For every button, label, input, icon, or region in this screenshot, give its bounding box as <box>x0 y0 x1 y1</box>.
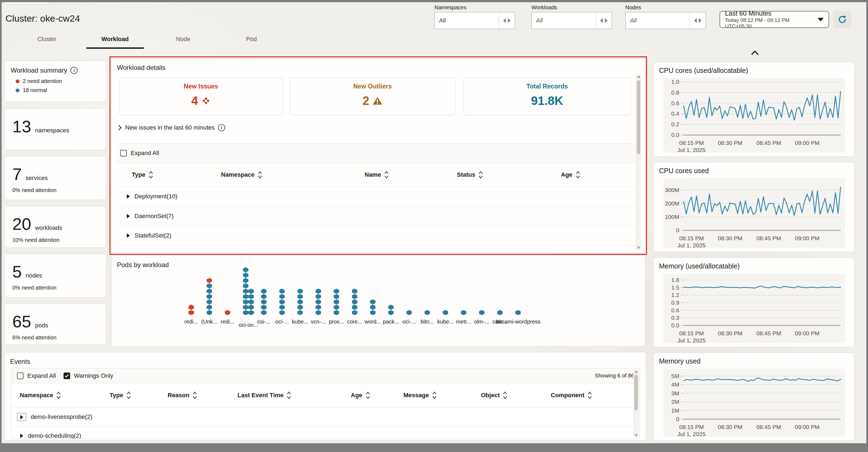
new-issues-expander[interactable]: New issues in the last 60 minutes i <box>118 124 225 131</box>
pod-dot[interactable] <box>279 294 285 299</box>
pod-dot[interactable] <box>298 294 303 299</box>
info-icon[interactable]: i <box>70 67 78 74</box>
pod-dot[interactable] <box>243 310 248 315</box>
kpi-card-new-outliers[interactable]: New Outliers2 <box>290 78 455 115</box>
pod-dot[interactable] <box>315 294 321 299</box>
scroll-down-icon[interactable] <box>637 246 641 249</box>
expand-all-checkbox[interactable] <box>120 150 127 156</box>
sort-icon[interactable] <box>258 171 262 179</box>
expand-all-checkbox[interactable] <box>17 372 24 379</box>
sort-icon[interactable] <box>384 171 389 179</box>
pod-dot[interactable] <box>225 310 230 315</box>
sort-icon[interactable] <box>287 391 291 399</box>
pod-dot[interactable] <box>243 294 248 299</box>
arrow-left-icon[interactable] <box>600 18 603 23</box>
pod-dot[interactable] <box>207 278 212 283</box>
filter-input[interactable]: All <box>434 12 515 29</box>
sort-icon[interactable] <box>127 391 131 399</box>
tab-cluster[interactable]: Cluster <box>16 36 78 49</box>
pod-dot[interactable] <box>352 310 358 315</box>
pod-dot[interactable] <box>248 289 254 294</box>
workload-table-scrollbar[interactable] <box>636 74 641 250</box>
expand-row-button[interactable] <box>17 413 26 421</box>
sort-icon[interactable] <box>192 391 197 399</box>
table-row[interactable]: demo-livenessprobe(2) <box>11 408 640 426</box>
table-row[interactable]: Deployment(10) <box>117 187 635 206</box>
warnings-only-checkbox[interactable] <box>64 372 70 379</box>
tab-node[interactable]: Node <box>152 36 215 49</box>
filter-input[interactable]: All <box>531 12 612 29</box>
pod-dot[interactable] <box>279 310 285 315</box>
pod-dot[interactable] <box>261 289 267 294</box>
pod-dot[interactable] <box>334 305 339 310</box>
pod-dot[interactable] <box>188 305 194 310</box>
expand-row-button[interactable] <box>126 233 130 238</box>
pod-dot[interactable] <box>207 305 212 310</box>
pod-dot[interactable] <box>207 289 212 294</box>
pod-dot[interactable] <box>261 299 267 305</box>
pod-dot[interactable] <box>298 310 303 315</box>
pod-dot[interactable] <box>243 289 248 294</box>
pod-dot[interactable] <box>315 289 321 294</box>
stat-card-pods[interactable]: 65pods6% need attention <box>4 304 106 344</box>
sort-icon[interactable] <box>576 171 580 179</box>
pod-dot[interactable] <box>298 299 303 305</box>
pod-dot[interactable] <box>298 305 303 310</box>
pod-dot[interactable] <box>370 299 375 305</box>
pod-dot[interactable] <box>334 294 339 299</box>
pod-dot[interactable] <box>279 305 285 310</box>
table-row[interactable]: StatefulSet(2) <box>117 226 635 245</box>
pod-dot[interactable] <box>370 305 375 310</box>
column-header-message[interactable]: Message <box>403 391 437 399</box>
pod-dot[interactable] <box>279 299 285 305</box>
arrow-right-icon[interactable] <box>699 18 702 23</box>
table-row[interactable]: DaemonSet(7) <box>117 207 635 226</box>
expand-row-icon[interactable] <box>126 194 130 199</box>
pod-dot[interactable] <box>243 278 248 283</box>
pod-dot[interactable] <box>207 283 212 289</box>
info-icon[interactable]: i <box>218 124 225 131</box>
scroll-up-icon[interactable] <box>637 76 641 78</box>
arrow-left-icon[interactable] <box>503 18 506 23</box>
column-header-status[interactable]: Status <box>457 171 483 179</box>
pod-dot[interactable] <box>261 310 267 315</box>
arrow-right-icon[interactable] <box>605 18 608 23</box>
column-header-name[interactable]: Name <box>365 171 389 179</box>
stat-card-services[interactable]: 7services0% need attention <box>4 156 106 200</box>
pod-dot[interactable] <box>352 289 358 294</box>
scrollbar-thumb[interactable] <box>637 80 641 154</box>
pod-dot[interactable] <box>406 310 412 315</box>
pod-dot[interactable] <box>243 273 248 278</box>
expand-row-button[interactable] <box>20 433 24 439</box>
filter-input[interactable]: All <box>625 12 706 29</box>
pod-dot[interactable] <box>207 299 212 305</box>
column-header-type[interactable]: Type <box>110 391 131 399</box>
sort-icon[interactable] <box>56 391 61 399</box>
pod-dot[interactable] <box>334 299 339 305</box>
expand-row-icon[interactable] <box>20 433 24 439</box>
pod-dot[interactable] <box>298 289 303 294</box>
column-header-namespace[interactable]: Namespace <box>20 391 61 399</box>
refresh-button[interactable] <box>834 11 851 27</box>
pod-dot[interactable] <box>425 310 430 315</box>
pod-dot[interactable] <box>334 289 339 294</box>
pod-dot[interactable] <box>243 267 248 273</box>
pod-dot[interactable] <box>315 310 321 315</box>
pod-dot[interactable] <box>352 299 358 305</box>
pod-dot[interactable] <box>315 305 321 310</box>
arrow-left-icon[interactable] <box>694 18 697 23</box>
sort-icon[interactable] <box>149 171 153 179</box>
pod-dot[interactable] <box>515 310 521 315</box>
pod-dot[interactable] <box>315 299 321 305</box>
pod-dot[interactable] <box>388 310 394 315</box>
column-header-age[interactable]: Age <box>561 171 580 179</box>
collapse-filters-button[interactable] <box>750 49 760 56</box>
sort-icon[interactable] <box>366 391 370 399</box>
column-header-type[interactable]: Type <box>132 171 153 179</box>
sort-icon[interactable] <box>432 391 437 399</box>
column-header-component[interactable]: Component <box>551 391 592 399</box>
pod-dot[interactable] <box>461 310 466 315</box>
pod-dot[interactable] <box>352 294 358 299</box>
stat-card-workloads[interactable]: 20workloads10% need attention <box>4 206 106 248</box>
scrollbar-thumb[interactable] <box>634 375 638 410</box>
